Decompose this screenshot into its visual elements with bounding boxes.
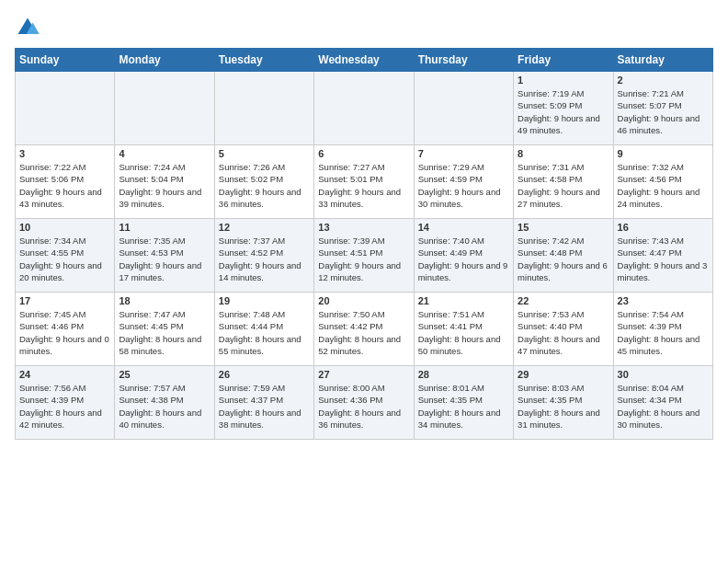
logo-icon (15, 15, 40, 40)
day-number: 2 (618, 75, 709, 86)
calendar-cell: 15Sunrise: 7:42 AM Sunset: 4:48 PM Dayli… (514, 219, 613, 293)
day-number: 19 (219, 295, 310, 306)
day-number: 12 (219, 222, 310, 233)
logo (15, 15, 44, 40)
day-number: 20 (318, 295, 409, 306)
calendar-cell (115, 72, 214, 145)
calendar-cell: 11Sunrise: 7:35 AM Sunset: 4:53 PM Dayli… (115, 219, 214, 293)
day-info: Sunrise: 7:50 AM Sunset: 4:42 PM Dayligh… (318, 308, 409, 357)
day-info: Sunrise: 7:21 AM Sunset: 5:07 PM Dayligh… (618, 87, 709, 136)
day-number: 18 (119, 295, 210, 306)
header-day-friday: Friday (514, 49, 613, 72)
day-number: 13 (318, 222, 409, 233)
day-info: Sunrise: 7:47 AM Sunset: 4:45 PM Dayligh… (119, 308, 210, 357)
calendar-cell (214, 72, 313, 145)
calendar-cell: 12Sunrise: 7:37 AM Sunset: 4:52 PM Dayli… (214, 219, 313, 293)
day-number: 26 (219, 369, 310, 380)
week-row-3: 10Sunrise: 7:34 AM Sunset: 4:55 PM Dayli… (16, 219, 713, 293)
calendar-cell: 2Sunrise: 7:21 AM Sunset: 5:07 PM Daylig… (613, 72, 712, 145)
calendar-cell: 23Sunrise: 7:54 AM Sunset: 4:39 PM Dayli… (613, 293, 712, 366)
header (15, 15, 713, 40)
day-number: 23 (618, 295, 709, 306)
day-number: 5 (219, 148, 310, 159)
calendar-cell: 17Sunrise: 7:45 AM Sunset: 4:46 PM Dayli… (16, 293, 115, 366)
day-info: Sunrise: 7:26 AM Sunset: 5:02 PM Dayligh… (219, 161, 310, 210)
day-number: 27 (318, 369, 409, 380)
day-info: Sunrise: 7:43 AM Sunset: 4:47 PM Dayligh… (618, 235, 709, 283)
calendar-cell: 26Sunrise: 7:59 AM Sunset: 4:37 PM Dayli… (214, 366, 313, 440)
calendar-header: SundayMondayTuesdayWednesdayThursdayFrid… (16, 49, 713, 72)
header-day-sunday: Sunday (16, 49, 115, 72)
calendar-cell: 20Sunrise: 7:50 AM Sunset: 4:42 PM Dayli… (314, 293, 414, 366)
calendar-cell: 5Sunrise: 7:26 AM Sunset: 5:02 PM Daylig… (214, 145, 313, 219)
day-info: Sunrise: 7:19 AM Sunset: 5:09 PM Dayligh… (518, 87, 609, 136)
day-number: 25 (119, 369, 210, 380)
day-info: Sunrise: 8:01 AM Sunset: 4:35 PM Dayligh… (418, 382, 509, 431)
day-info: Sunrise: 7:40 AM Sunset: 4:49 PM Dayligh… (418, 235, 509, 283)
day-number: 17 (19, 295, 110, 306)
day-info: Sunrise: 8:04 AM Sunset: 4:34 PM Dayligh… (618, 382, 709, 431)
day-info: Sunrise: 7:31 AM Sunset: 4:58 PM Dayligh… (518, 161, 609, 210)
day-number: 28 (418, 369, 509, 380)
day-info: Sunrise: 7:37 AM Sunset: 4:52 PM Dayligh… (219, 235, 310, 283)
day-info: Sunrise: 7:57 AM Sunset: 4:38 PM Dayligh… (119, 382, 210, 431)
calendar-cell: 29Sunrise: 8:03 AM Sunset: 4:35 PM Dayli… (514, 366, 613, 440)
day-number: 9 (618, 148, 709, 159)
calendar-cell: 3Sunrise: 7:22 AM Sunset: 5:06 PM Daylig… (16, 145, 115, 219)
header-day-monday: Monday (115, 49, 214, 72)
page-container: SundayMondayTuesdayWednesdayThursdayFrid… (0, 0, 728, 447)
header-day-tuesday: Tuesday (214, 49, 313, 72)
calendar-cell: 4Sunrise: 7:24 AM Sunset: 5:04 PM Daylig… (115, 145, 214, 219)
day-info: Sunrise: 7:59 AM Sunset: 4:37 PM Dayligh… (219, 382, 310, 431)
day-info: Sunrise: 7:32 AM Sunset: 4:56 PM Dayligh… (618, 161, 709, 210)
calendar-cell: 8Sunrise: 7:31 AM Sunset: 4:58 PM Daylig… (514, 145, 613, 219)
day-info: Sunrise: 7:56 AM Sunset: 4:39 PM Dayligh… (19, 382, 110, 431)
day-info: Sunrise: 7:45 AM Sunset: 4:46 PM Dayligh… (19, 308, 110, 357)
calendar-cell: 18Sunrise: 7:47 AM Sunset: 4:45 PM Dayli… (115, 293, 214, 366)
day-number: 30 (618, 369, 709, 380)
day-number: 21 (418, 295, 509, 306)
header-day-thursday: Thursday (414, 49, 513, 72)
day-info: Sunrise: 7:22 AM Sunset: 5:06 PM Dayligh… (19, 161, 110, 210)
day-info: Sunrise: 7:27 AM Sunset: 5:01 PM Dayligh… (318, 161, 409, 210)
calendar-cell: 1Sunrise: 7:19 AM Sunset: 5:09 PM Daylig… (514, 72, 613, 145)
week-row-2: 3Sunrise: 7:22 AM Sunset: 5:06 PM Daylig… (16, 145, 713, 219)
calendar-cell: 22Sunrise: 7:53 AM Sunset: 4:40 PM Dayli… (514, 293, 613, 366)
calendar-cell: 30Sunrise: 8:04 AM Sunset: 4:34 PM Dayli… (613, 366, 712, 440)
week-row-5: 24Sunrise: 7:56 AM Sunset: 4:39 PM Dayli… (16, 366, 713, 440)
day-number: 14 (418, 222, 509, 233)
calendar-cell (414, 72, 513, 145)
day-info: Sunrise: 8:03 AM Sunset: 4:35 PM Dayligh… (518, 382, 609, 431)
calendar-cell: 19Sunrise: 7:48 AM Sunset: 4:44 PM Dayli… (214, 293, 313, 366)
header-day-wednesday: Wednesday (314, 49, 414, 72)
day-number: 22 (518, 295, 609, 306)
calendar-table: SundayMondayTuesdayWednesdayThursdayFrid… (15, 48, 713, 440)
calendar-cell: 6Sunrise: 7:27 AM Sunset: 5:01 PM Daylig… (314, 145, 414, 219)
day-number: 3 (19, 148, 110, 159)
day-number: 6 (318, 148, 409, 159)
calendar-cell (16, 72, 115, 145)
day-info: Sunrise: 7:48 AM Sunset: 4:44 PM Dayligh… (219, 308, 310, 357)
calendar-cell: 21Sunrise: 7:51 AM Sunset: 4:41 PM Dayli… (414, 293, 513, 366)
day-info: Sunrise: 7:29 AM Sunset: 4:59 PM Dayligh… (418, 161, 509, 210)
day-number: 16 (618, 222, 709, 233)
calendar-cell (314, 72, 414, 145)
day-info: Sunrise: 7:24 AM Sunset: 5:04 PM Dayligh… (119, 161, 210, 210)
day-number: 10 (19, 222, 110, 233)
day-number: 7 (418, 148, 509, 159)
day-info: Sunrise: 7:54 AM Sunset: 4:39 PM Dayligh… (618, 308, 709, 357)
calendar-cell: 16Sunrise: 7:43 AM Sunset: 4:47 PM Dayli… (613, 219, 712, 293)
day-number: 11 (119, 222, 210, 233)
day-number: 24 (19, 369, 110, 380)
calendar-cell: 28Sunrise: 8:01 AM Sunset: 4:35 PM Dayli… (414, 366, 513, 440)
calendar-cell: 10Sunrise: 7:34 AM Sunset: 4:55 PM Dayli… (16, 219, 115, 293)
week-row-4: 17Sunrise: 7:45 AM Sunset: 4:46 PM Dayli… (16, 293, 713, 366)
calendar-cell: 27Sunrise: 8:00 AM Sunset: 4:36 PM Dayli… (314, 366, 414, 440)
calendar-cell: 7Sunrise: 7:29 AM Sunset: 4:59 PM Daylig… (414, 145, 513, 219)
header-day-saturday: Saturday (613, 49, 712, 72)
day-number: 29 (518, 369, 609, 380)
day-info: Sunrise: 7:39 AM Sunset: 4:51 PM Dayligh… (318, 235, 409, 283)
day-info: Sunrise: 8:00 AM Sunset: 4:36 PM Dayligh… (318, 382, 409, 431)
day-number: 1 (518, 75, 609, 86)
calendar-cell: 24Sunrise: 7:56 AM Sunset: 4:39 PM Dayli… (16, 366, 115, 440)
